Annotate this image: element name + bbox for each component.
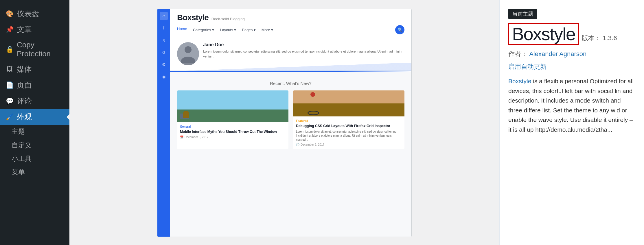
dashboard-icon: 🎨 xyxy=(6,10,13,18)
theme-version: 版本： 1.3.6 xyxy=(582,34,617,42)
hero-author-name: Jane Doe xyxy=(203,42,404,47)
theme-description-link[interactable]: Boxstyle xyxy=(508,78,531,84)
theme-nav-layouts: Layouts ▾ xyxy=(220,28,236,32)
theme-body: Recent. What's New? Ge xyxy=(170,72,411,237)
sidebar-item-posts[interactable]: 📌 文章 xyxy=(0,22,69,38)
post-2-excerpt: Lorem ipsum dolor sit amet, consectetur … xyxy=(296,130,402,142)
current-theme-badge: 当前主题 xyxy=(508,9,537,19)
comments-icon: 💬 xyxy=(6,97,13,105)
recent-label: Recent. xyxy=(270,81,285,86)
post-1-image xyxy=(177,90,288,122)
submenu-item-menus[interactable]: 菜单 xyxy=(6,166,69,179)
theme-description: Boxstyle is a flexible personal Optimize… xyxy=(508,76,635,135)
theme-brand-name: Boxstyle xyxy=(177,13,209,22)
theme-brand-tagline: Rock-solid Blogging xyxy=(211,17,245,21)
theme-left-sidebar: ⌂ f 𝕏 G ⚙ ◉ xyxy=(157,9,170,237)
recent-sublabel: What's New? xyxy=(286,81,312,86)
theme-info-panel: 当前主题 Boxstyle 版本： 1.3.6 作者： Alexander Ag… xyxy=(499,0,644,245)
media-icon: 🖼 xyxy=(6,66,13,73)
sidebar: 🎨 仪表盘 📌 文章 🔒 Copy Protection 🖼 媒体 📄 页面 💬… xyxy=(0,0,69,245)
theme-author: 作者： Alexander Agnarson xyxy=(508,50,635,58)
sidebar-item-label: 媒体 xyxy=(17,64,32,74)
hero-author-avatar xyxy=(177,42,199,65)
version-label: 版本： xyxy=(582,34,601,42)
theme-twitter-icon: 𝕏 xyxy=(160,36,168,44)
post-2-date: 🕐 December 6, 2017 xyxy=(296,143,402,146)
sidebar-item-media[interactable]: 🖼 媒体 xyxy=(0,61,69,77)
person-silhouette xyxy=(183,111,189,118)
theme-nav-pages: Pages ▾ xyxy=(242,28,255,32)
sidebar-item-comments[interactable]: 💬 评论 xyxy=(0,93,69,109)
theme-nav-more: More ▾ xyxy=(262,28,273,32)
author-link[interactable]: Alexander Agnarson xyxy=(529,50,586,57)
post-2-tag: Featured xyxy=(296,119,402,122)
theme-name-row: Boxstyle 版本： 1.3.6 xyxy=(508,23,635,45)
post-card-2: Featured Debugging CSS Grid Layouts With… xyxy=(293,90,404,149)
sidebar-item-label: 仪表盘 xyxy=(17,9,39,19)
pages-icon: 📄 xyxy=(6,81,13,89)
theme-nav-categories: Categories ▾ xyxy=(193,28,214,32)
post-2-title: Debugging CSS Grid Layouts With Firefox … xyxy=(296,124,402,129)
theme-mockup: ⌂ f 𝕏 G ⚙ ◉ Boxstyle Rock-solid Blogging xyxy=(157,9,411,237)
submenu-item-themes[interactable]: 主题 xyxy=(6,125,69,138)
theme-settings-icon: ⚙ xyxy=(160,60,168,68)
chevron-right-icon xyxy=(67,114,69,120)
sidebar-item-label: 外观 xyxy=(17,112,32,122)
sidebar-item-dashboard[interactable]: 🎨 仪表盘 xyxy=(0,6,69,22)
hero-content: Jane Doe Lorem ipsum dolor sit amet, con… xyxy=(203,42,404,59)
theme-preview-area: ⌂ f 𝕏 G ⚙ ◉ Boxstyle Rock-solid Blogging xyxy=(69,0,499,245)
author-label: 作者： xyxy=(508,50,527,57)
sidebar-item-label: 文章 xyxy=(17,25,32,35)
calendar-icon: 📅 xyxy=(180,136,183,139)
theme-name-box: Boxstyle xyxy=(508,23,579,45)
appearance-icon: 🖌️ xyxy=(6,113,13,121)
post-1-title: Mobile Interface Myths You Should Throw … xyxy=(180,129,286,134)
sidebar-item-label: 页面 xyxy=(17,80,32,90)
post-1-tag: General xyxy=(180,125,286,128)
post-2-image xyxy=(293,90,404,116)
theme-main-area: Boxstyle Rock-solid Blogging Home Catego… xyxy=(170,9,411,237)
theme-nav: Home Categories ▾ Layouts ▾ Pages ▾ More… xyxy=(177,25,404,37)
sidebar-item-pages[interactable]: 📄 页面 xyxy=(0,77,69,93)
theme-top-bar: Boxstyle Rock-solid Blogging Home Catego… xyxy=(170,9,411,37)
sidebar-item-label: 评论 xyxy=(17,96,32,106)
auto-update-link[interactable]: 启用自动更新 xyxy=(508,62,635,71)
head-element xyxy=(310,92,315,97)
sidebar-item-copy-protection[interactable]: 🔒 Copy Protection xyxy=(0,38,69,61)
posts-grid: General Mobile Interface Myths You Shoul… xyxy=(177,90,404,149)
recent-header: Recent. What's New? xyxy=(177,81,404,86)
theme-nav-home: Home xyxy=(177,27,187,33)
sidebar-item-label: Copy Protection xyxy=(17,40,64,58)
posts-icon: 📌 xyxy=(6,26,13,34)
theme-search-button: 🔍 xyxy=(395,25,404,34)
lock-icon: 🔒 xyxy=(6,46,13,53)
theme-name: Boxstyle xyxy=(512,24,575,44)
theme-description-text: is a flexible personal Optimized for all… xyxy=(508,78,634,133)
theme-facebook-icon: f xyxy=(160,24,168,32)
submenu-item-customize[interactable]: 自定义 xyxy=(6,138,69,152)
post-1-date: 📅 December 5, 2017 xyxy=(180,136,286,139)
theme-rss-icon: ◉ xyxy=(160,73,168,81)
theme-google-icon: G xyxy=(160,48,168,56)
main-content: ⌂ f 𝕏 G ⚙ ◉ Boxstyle Rock-solid Blogging xyxy=(69,0,644,245)
post-2-body: Featured Debugging CSS Grid Layouts With… xyxy=(293,116,404,149)
sidebar-item-appearance[interactable]: 🖌️ 外观 xyxy=(0,109,69,125)
theme-preview-frame: ⌂ f 𝕏 G ⚙ ◉ Boxstyle Rock-solid Blogging xyxy=(157,9,412,237)
wheel-element xyxy=(308,111,319,115)
clock-icon: 🕐 xyxy=(296,143,299,146)
theme-hero-section: Jane Doe Lorem ipsum dolor sit amet, con… xyxy=(170,37,411,71)
post-1-body: General Mobile Interface Myths You Shoul… xyxy=(177,122,288,142)
post-card-1: General Mobile Interface Myths You Shoul… xyxy=(177,90,288,149)
theme-brand: Boxstyle Rock-solid Blogging xyxy=(177,13,404,22)
theme-home-icon: ⌂ xyxy=(160,12,168,20)
hero-excerpt: Lorem ipsum dolor sit amet, consectetur … xyxy=(203,49,404,59)
version-value: 1.3.6 xyxy=(603,34,617,42)
appearance-submenu: 主题 自定义 小工具 菜单 xyxy=(0,125,69,179)
submenu-item-widgets[interactable]: 小工具 xyxy=(6,152,69,166)
